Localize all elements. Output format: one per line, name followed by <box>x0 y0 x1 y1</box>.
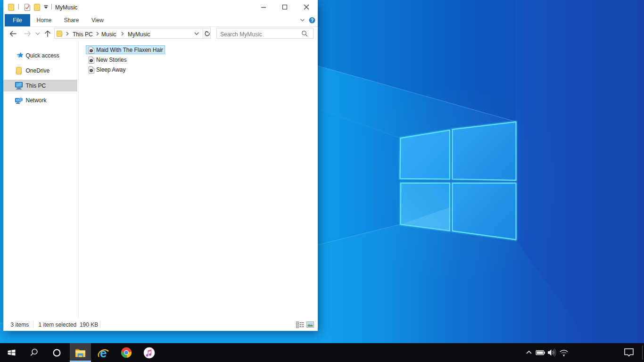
svg-text:e: e <box>100 346 107 359</box>
svg-text:?: ? <box>310 18 313 23</box>
